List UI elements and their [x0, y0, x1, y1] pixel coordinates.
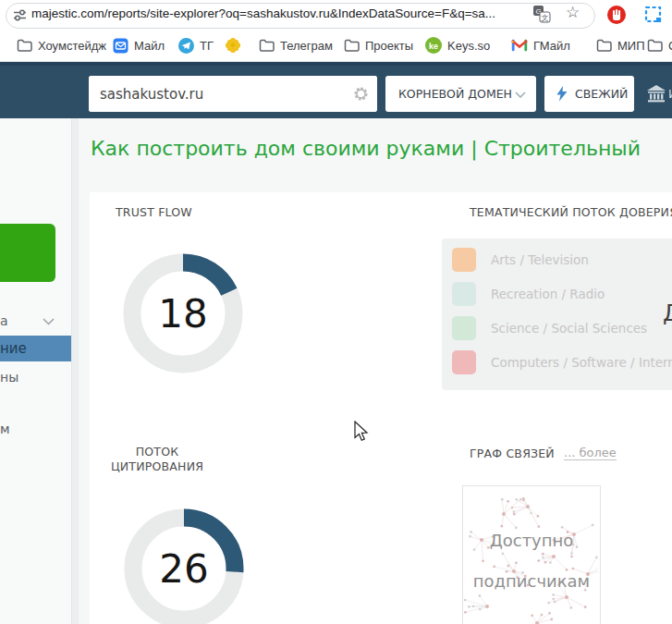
bookmark-telegram-folder[interactable]: Телеграм — [259, 30, 333, 61]
flower-icon — [225, 37, 241, 54]
legend-swatch — [452, 248, 476, 272]
bookmark-houmstage[interactable]: Хоумстейдж — [17, 30, 106, 61]
bookmark-gmail[interactable]: ГМайл — [511, 30, 570, 61]
citation-flow-value: 26 — [123, 508, 245, 624]
bookmark-label: СЕО — [668, 39, 672, 53]
locked-overlay-partial: Доступно — [663, 300, 672, 326]
summary-card: TRUST FLOW 18 ТЕМАТИЧЕСКИЙ ПОТОК ДОВЕРИЯ… — [90, 192, 672, 624]
trust-flow-label: TRUST FLOW — [116, 205, 192, 219]
chevron-down-icon — [43, 318, 55, 325]
historic-index-button[interactable]: И — [644, 76, 672, 112]
bookmark-label: Телеграм — [280, 39, 333, 53]
index-type-value: КОРНЕВОЙ ДОМЕН — [398, 76, 512, 112]
trust-flow-gauge: 18 — [122, 252, 244, 374]
topical-trust-flow-label: ТЕМАТИЧЕСКИЙ ПОТОК ДОВЕРИЯ — [470, 205, 672, 219]
bookmark-mip[interactable]: МИП — [596, 30, 645, 61]
bookmark-tg[interactable]: ТГ — [178, 30, 214, 61]
domain-search-box — [89, 76, 377, 112]
sidebar-item[interactable]: м — [0, 422, 71, 436]
fresh-index-label: СВЕЖИЙ — [575, 76, 628, 112]
locked-overlay-line: Доступно — [463, 531, 600, 550]
screenshot-extension-icon[interactable] — [643, 5, 664, 25]
url-text[interactable]: majestic.com/reports/site-explorer?oq=sa… — [31, 6, 495, 20]
locked-overlay-line: подписчикам — [463, 571, 600, 591]
sidebar-edge-strip — [72, 118, 79, 624]
sidebar-green-button[interactable] — [0, 224, 55, 282]
bookmark-mail[interactable]: Майл — [113, 30, 165, 61]
sidebar-item-selected[interactable]: ние — [0, 336, 71, 361]
sidebar: а ние ны м — [0, 118, 72, 624]
bookmark-label: ГМайл — [533, 39, 570, 53]
historic-index-label: И — [668, 76, 672, 112]
bookmark-label: Майл — [134, 39, 165, 53]
bookmark-flower[interactable] — [225, 30, 241, 61]
chevron-down-icon — [515, 92, 526, 98]
legend-row: Science / Social Sciences — [452, 316, 647, 340]
legend-swatch — [452, 350, 476, 374]
folder-icon — [259, 39, 275, 52]
folder-icon — [344, 39, 360, 52]
bookmark-projects[interactable]: Проекты — [344, 30, 413, 61]
folder-icon — [596, 39, 612, 52]
citation-flow-label: ПОТОК ЦИТИРОВАНИЯ — [102, 445, 213, 474]
bookmark-label: Проекты — [365, 39, 413, 53]
mail-icon — [113, 38, 128, 54]
bookmark-seo[interactable]: СЕО — [647, 30, 672, 61]
keysso-icon: ke — [425, 37, 442, 54]
bookmark-label: Keys.so — [447, 39, 490, 53]
legend-row: Recreation / Radio — [452, 282, 605, 306]
adblock-extension-icon[interactable] — [606, 5, 627, 25]
svg-text:ke: ke — [429, 42, 438, 51]
link-graph-label: ГРАФ СВЯЗЕЙ — [470, 447, 555, 460]
bookmark-keysso[interactable]: ke Keys.so — [425, 30, 490, 61]
lightning-icon — [556, 86, 568, 102]
index-type-dropdown[interactable]: КОРНЕВОЙ ДОМЕН — [385, 76, 536, 112]
bookmark-label: ТГ — [200, 39, 214, 53]
fresh-index-button[interactable]: СВЕЖИЙ — [544, 76, 634, 112]
network-graph-decoration — [463, 486, 598, 624]
mouse-cursor — [354, 421, 371, 443]
link-graph-preview: Доступно подписчикам — [462, 485, 601, 624]
gear-icon[interactable] — [353, 86, 369, 102]
svg-text:文: 文 — [542, 14, 549, 22]
more-link[interactable]: ... более — [564, 446, 617, 460]
bank-icon — [647, 85, 666, 103]
page-title[interactable]: Как построить дом своими руками | Строит… — [91, 137, 641, 160]
citation-flow-gauge: 26 — [123, 508, 245, 624]
domain-search-input[interactable] — [89, 76, 377, 112]
folder-icon — [17, 39, 32, 52]
trust-flow-value: 18 — [122, 252, 244, 374]
sidebar-item-collapsed[interactable]: а — [0, 313, 71, 328]
header-top-line — [0, 62, 672, 66]
legend-row: Arts / Television — [452, 248, 589, 272]
telegram-icon — [178, 38, 194, 54]
bookmarks-bar: Хоумстейдж Майл ТГ Телеграм Проекты ke K… — [0, 30, 672, 62]
folder-icon — [647, 39, 663, 52]
bookmark-label: Хоумстейдж — [38, 39, 106, 53]
gmail-icon — [511, 39, 528, 52]
legend-swatch — [452, 316, 476, 340]
bookmark-label: МИП — [617, 39, 645, 53]
browser-toolbar: majestic.com/reports/site-explorer?oq=sa… — [0, 0, 672, 30]
legend-swatch — [452, 282, 476, 306]
site-settings-icon[interactable] — [13, 8, 27, 22]
sidebar-item[interactable]: ны — [0, 370, 71, 385]
translate-icon[interactable]: G 文 — [532, 5, 551, 23]
bookmark-star-icon[interactable]: ☆ — [566, 3, 580, 22]
legend-row: Computers / Software / Internet — [452, 350, 672, 374]
topical-trust-flow-legend: Arts / Television Recreation / Radio Sci… — [442, 239, 672, 390]
